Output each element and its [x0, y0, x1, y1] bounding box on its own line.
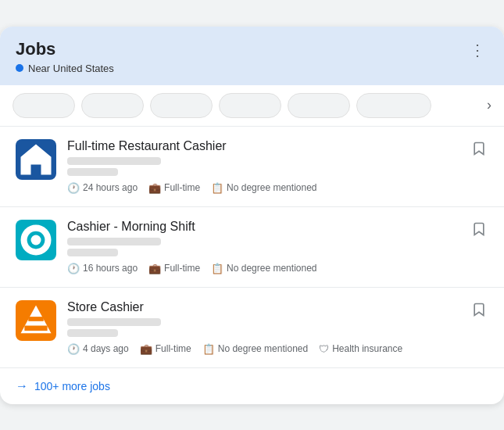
location-skeleton-3	[67, 329, 118, 337]
job-logo-2	[16, 220, 56, 260]
svg-rect-4	[24, 325, 47, 331]
time-text-2: 16 hours ago	[83, 263, 138, 274]
location-skeleton-1	[67, 168, 118, 176]
company-skeleton-2	[67, 238, 161, 245]
job-title-2: Cashier - Morning Shift	[67, 220, 459, 234]
jobs-card: Jobs Near United States ⋮ › Full-time Re…	[0, 27, 504, 404]
job-meta-1: 🕐 24 hours ago 💼 Full-time 📋 No degree m…	[67, 182, 459, 194]
jobtype-meta-2: 💼 Full-time	[148, 263, 200, 274]
header-location: Near United States	[16, 63, 114, 74]
location-dot-icon	[16, 64, 23, 72]
job-content-2: Cashier - Morning Shift 🕐 16 hours ago 💼…	[67, 220, 459, 274]
job-meta-2: 🕐 16 hours ago 💼 Full-time 📋 No degree m…	[67, 263, 459, 274]
bookmark-button-1[interactable]	[470, 139, 488, 162]
job-title-3: Store Cashier	[67, 300, 459, 314]
clock-icon-2: 🕐	[67, 263, 80, 274]
time-meta-3: 🕐 4 days ago	[67, 343, 129, 355]
job-content-1: Full-time Restaurant Cashier 🕐 24 hours …	[67, 139, 459, 194]
time-meta-2: 🕐 16 hours ago	[67, 263, 138, 274]
education-text-3: No degree mentioned	[218, 343, 308, 354]
job-item-1[interactable]: Full-time Restaurant Cashier 🕐 24 hours …	[0, 126, 504, 206]
shield-icon-3: 🛡	[319, 343, 329, 355]
header: Jobs Near United States ⋮	[0, 27, 504, 85]
education-meta-2: 📋 No degree mentioned	[211, 263, 316, 274]
jobtype-text-3: Full-time	[155, 343, 191, 354]
education-meta-3: 📋 No degree mentioned	[202, 343, 308, 355]
filter-chip-5[interactable]	[288, 93, 350, 118]
benefit-meta-3: 🛡 Health insurance	[319, 343, 402, 355]
svg-point-2	[31, 235, 41, 245]
education-text-1: No degree mentioned	[227, 182, 316, 193]
job-item-3[interactable]: Store Cashier 🕐 4 days ago 💼 Full-time 📋…	[0, 287, 504, 367]
company-skeleton-3	[67, 318, 161, 326]
more-jobs-link[interactable]: 100+ more jobs	[34, 380, 110, 392]
location-text: Near United States	[28, 63, 114, 74]
circle-icon	[16, 220, 56, 260]
filter-chip-6[interactable]	[356, 93, 431, 118]
clock-icon-3: 🕐	[67, 343, 80, 355]
benefit-text-3: Health insurance	[332, 343, 402, 354]
filter-chip-4[interactable]	[219, 93, 281, 118]
job-item-2[interactable]: Cashier - Morning Shift 🕐 16 hours ago 💼…	[0, 206, 504, 287]
location-skeleton-2	[67, 249, 118, 256]
filter-chip-2[interactable]	[81, 93, 144, 118]
bookmark-button-3[interactable]	[470, 300, 488, 323]
briefcase-icon-3: 💼	[140, 343, 152, 355]
time-text-1: 24 hours ago	[83, 182, 138, 193]
jobtype-text-1: Full-time	[164, 182, 200, 193]
job-title-1: Full-time Restaurant Cashier	[67, 139, 459, 153]
jobtype-text-2: Full-time	[164, 263, 200, 274]
header-menu-button[interactable]: ⋮	[466, 39, 488, 61]
jobtype-meta-1: 💼 Full-time	[148, 182, 200, 194]
filter-chip-3[interactable]	[150, 93, 213, 118]
job-logo-3	[16, 300, 56, 341]
education-meta-1: 📋 No degree mentioned	[211, 182, 316, 194]
education-icon-1: 📋	[211, 182, 223, 194]
briefcase-icon-2: 💼	[148, 263, 161, 274]
filter-arrow-icon[interactable]: ›	[487, 97, 491, 113]
time-meta-1: 🕐 24 hours ago	[67, 182, 138, 194]
education-text-2: No degree mentioned	[227, 263, 316, 274]
job-content-3: Store Cashier 🕐 4 days ago 💼 Full-time 📋…	[67, 300, 459, 355]
job-meta-3: 🕐 4 days ago 💼 Full-time 📋 No degree men…	[67, 343, 459, 355]
more-jobs-arrow-icon: →	[16, 379, 28, 393]
house-icon	[16, 139, 56, 180]
header-left: Jobs Near United States	[16, 39, 114, 74]
education-icon-2: 📋	[211, 263, 223, 274]
jobtype-meta-3: 💼 Full-time	[140, 343, 191, 355]
page-title: Jobs	[16, 39, 114, 59]
more-jobs-row[interactable]: → 100+ more jobs	[0, 367, 504, 404]
cone-icon	[16, 300, 56, 341]
filter-row: ›	[0, 85, 504, 126]
company-skeleton-1	[67, 157, 161, 165]
briefcase-icon-1: 💼	[148, 182, 161, 194]
education-icon-3: 📋	[202, 343, 215, 355]
job-logo-1	[16, 139, 56, 180]
clock-icon-1: 🕐	[67, 182, 80, 194]
filter-chip-1[interactable]	[13, 93, 75, 118]
svg-rect-5	[28, 317, 44, 321]
time-text-3: 4 days ago	[83, 343, 129, 354]
bookmark-button-2[interactable]	[470, 220, 488, 242]
